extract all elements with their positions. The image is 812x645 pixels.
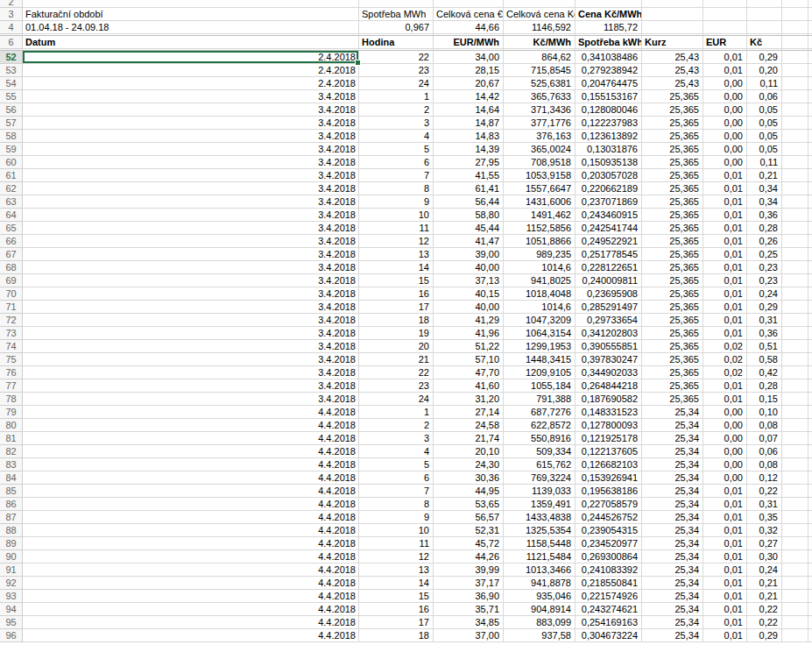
cell[interactable] xyxy=(782,314,808,327)
cell[interactable] xyxy=(782,458,808,471)
cell-eur-mwh[interactable]: 40,00 xyxy=(434,301,504,314)
cell-hodina[interactable]: 15 xyxy=(359,274,434,287)
row-header[interactable]: 69 xyxy=(0,274,23,287)
cell-kc[interactable]: 0,34 xyxy=(747,182,782,195)
cell-eur-mwh[interactable]: 39,00 xyxy=(434,248,504,261)
cell-spotreba-kwh[interactable]: 0,397830247 xyxy=(575,353,642,366)
cell-kurz[interactable]: 25,34 xyxy=(642,485,703,498)
row-header[interactable]: 61 xyxy=(0,169,23,182)
cell-kc-mwh[interactable]: 371,3436 xyxy=(504,103,575,117)
cell-hodina[interactable]: 5 xyxy=(359,143,434,156)
cell-spotreba-kwh[interactable]: 0,127800093 xyxy=(575,419,642,432)
cell-kc[interactable]: 0,11 xyxy=(747,156,782,169)
cell-kurz[interactable]: 25,34 xyxy=(642,419,703,432)
cell-kc-mwh[interactable]: 1359,491 xyxy=(504,498,575,511)
cell-spotreba-kwh[interactable]: 0,218550841 xyxy=(575,577,642,590)
row-header[interactable]: 3 xyxy=(0,8,23,21)
cell-eur[interactable]: 0,01 xyxy=(703,511,747,524)
cell[interactable] xyxy=(782,8,808,21)
cell-datum[interactable]: 4.4.2018 xyxy=(23,406,359,419)
cell-datum[interactable]: 4.4.2018 xyxy=(23,445,359,458)
cell-kurz[interactable]: 25,365 xyxy=(642,235,703,248)
row-header[interactable]: 91 xyxy=(0,563,23,577)
cell-kc-mwh[interactable]: 1139,033 xyxy=(504,485,575,498)
cell-kc-mwh[interactable]: 941,8025 xyxy=(504,274,575,287)
cell-kc-mwh[interactable]: 904,8914 xyxy=(504,603,575,616)
cell-spotreba-kwh[interactable]: 0,390555851 xyxy=(575,340,642,353)
cell-kurz[interactable]: 25,34 xyxy=(642,471,703,485)
cell-kc[interactable]: 0,32 xyxy=(747,524,782,537)
cell[interactable] xyxy=(782,406,808,419)
row-header[interactable]: 56 xyxy=(0,103,23,117)
cell-hodina[interactable]: 13 xyxy=(359,248,434,261)
cell-kc[interactable]: 0,12 xyxy=(747,471,782,485)
cell[interactable] xyxy=(782,616,808,629)
cell-datum[interactable]: 3.4.2018 xyxy=(23,235,359,248)
cell-kc-mwh[interactable]: 1014,6 xyxy=(504,301,575,314)
cell-kurz[interactable]: 25,365 xyxy=(642,353,703,366)
cell-kc-mwh[interactable]: 1299,1953 xyxy=(504,340,575,353)
cell-kc[interactable]: 0,23 xyxy=(747,274,782,287)
cell-kc-mwh[interactable]: 376,163 xyxy=(504,130,575,143)
row-header[interactable]: 78 xyxy=(0,393,23,406)
cell[interactable] xyxy=(782,222,808,235)
cell-eur[interactable]: 0,02 xyxy=(703,353,747,366)
cell-datum[interactable]: 4.4.2018 xyxy=(23,498,359,511)
cell-kc-mwh[interactable]: 615,762 xyxy=(504,458,575,471)
cell-kc-mwh[interactable]: 1014,6 xyxy=(504,261,575,274)
cell[interactable] xyxy=(782,195,808,209)
row-header[interactable]: 87 xyxy=(0,511,23,524)
cell-kc[interactable]: 0,25 xyxy=(747,248,782,261)
cell-eur-mwh[interactable]: 14,42 xyxy=(434,90,504,103)
cell-kc-mwh[interactable]: 769,3224 xyxy=(504,471,575,485)
cell-eur[interactable]: 0,01 xyxy=(703,616,747,629)
cell-kc[interactable]: 0,22 xyxy=(747,485,782,498)
cell-eur[interactable]: 0,01 xyxy=(703,590,747,603)
cell-hodina[interactable]: 18 xyxy=(359,629,434,642)
cell[interactable] xyxy=(747,21,782,34)
row-header[interactable]: 80 xyxy=(0,419,23,432)
cell-eur[interactable]: 0,01 xyxy=(703,248,747,261)
cell-eur-mwh[interactable]: 35,71 xyxy=(434,603,504,616)
cell-spotreba-kwh[interactable]: 0,195638186 xyxy=(575,485,642,498)
cell-kurz[interactable]: 25,34 xyxy=(642,432,703,445)
cell-kc[interactable]: 0,08 xyxy=(747,458,782,471)
cell[interactable] xyxy=(782,366,808,379)
cell-eur[interactable]: 0,01 xyxy=(703,235,747,248)
cell-spotreba-kwh[interactable]: 0,126682103 xyxy=(575,458,642,471)
cell-eur[interactable]: 0,01 xyxy=(703,550,747,563)
column-header-kc-mwh[interactable]: Kč/MWh xyxy=(504,36,575,49)
cell-kc-mwh[interactable]: 1433,4838 xyxy=(504,511,575,524)
cell-kc-mwh[interactable]: 377,1776 xyxy=(504,117,575,130)
cell[interactable] xyxy=(782,419,808,432)
cell-kc[interactable]: 0,22 xyxy=(747,603,782,616)
cell-hodina[interactable]: 2 xyxy=(359,419,434,432)
cell-kurz[interactable]: 25,365 xyxy=(642,274,703,287)
row-header[interactable]: 92 xyxy=(0,577,23,590)
cell-spotreba-kwh[interactable]: 0,122137605 xyxy=(575,445,642,458)
cell-hodina[interactable]: 18 xyxy=(359,314,434,327)
cell[interactable] xyxy=(782,21,808,34)
cell-kc[interactable]: 0,36 xyxy=(747,327,782,340)
cell-kc-mwh[interactable]: 1209,9105 xyxy=(504,366,575,379)
cell-kc[interactable]: 0,27 xyxy=(747,537,782,550)
row-header[interactable]: 71 xyxy=(0,301,23,314)
cell-kc[interactable]: 0,24 xyxy=(747,287,782,301)
cell-eur-mwh[interactable]: 40,00 xyxy=(434,261,504,274)
cell[interactable] xyxy=(782,169,808,182)
cell-hodina[interactable]: 6 xyxy=(359,471,434,485)
cell-spotreba-kwh[interactable]: 0,220662189 xyxy=(575,182,642,195)
cell-kurz[interactable]: 25,365 xyxy=(642,261,703,274)
cell-kc-mwh[interactable]: 1051,8866 xyxy=(504,235,575,248)
cell[interactable] xyxy=(642,8,703,21)
row-header[interactable]: 81 xyxy=(0,432,23,445)
cell-eur-mwh[interactable]: 34,85 xyxy=(434,616,504,629)
cell-kc[interactable]: 0,21 xyxy=(747,590,782,603)
cell-eur[interactable]: 0,01 xyxy=(703,327,747,340)
cell-kurz[interactable]: 25,365 xyxy=(642,340,703,353)
column-header-spotreba-kwh[interactable]: Spotřeba kWh xyxy=(575,36,642,49)
cell-kurz[interactable]: 25,365 xyxy=(642,248,703,261)
row-header[interactable]: 90 xyxy=(0,550,23,563)
cell-hodina[interactable]: 23 xyxy=(359,379,434,393)
cell-eur-mwh[interactable]: 41,60 xyxy=(434,379,504,393)
